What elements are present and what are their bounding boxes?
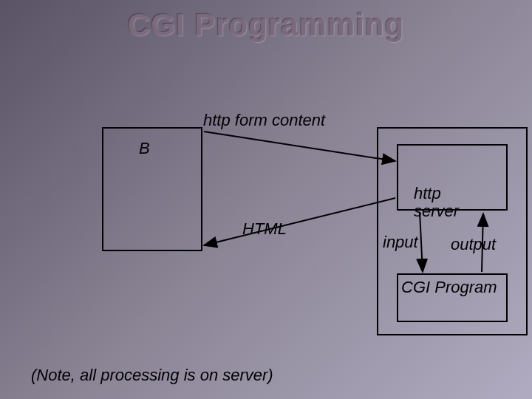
label-cgi-program: CGI Program (401, 278, 497, 297)
footer-note: (Note, all processing is on server) (31, 366, 273, 385)
slide-title: CGI Programming (0, 7, 532, 43)
label-http-form-content: http form content (203, 111, 325, 130)
label-output: output (451, 235, 496, 254)
label-html: HTML (242, 219, 287, 239)
label-http-server: http server (414, 185, 459, 220)
browser-box (102, 127, 202, 251)
arrow-html (204, 198, 395, 245)
arrow-form-content (204, 132, 395, 161)
label-input: input (383, 233, 418, 252)
label-browser: B (139, 139, 150, 158)
